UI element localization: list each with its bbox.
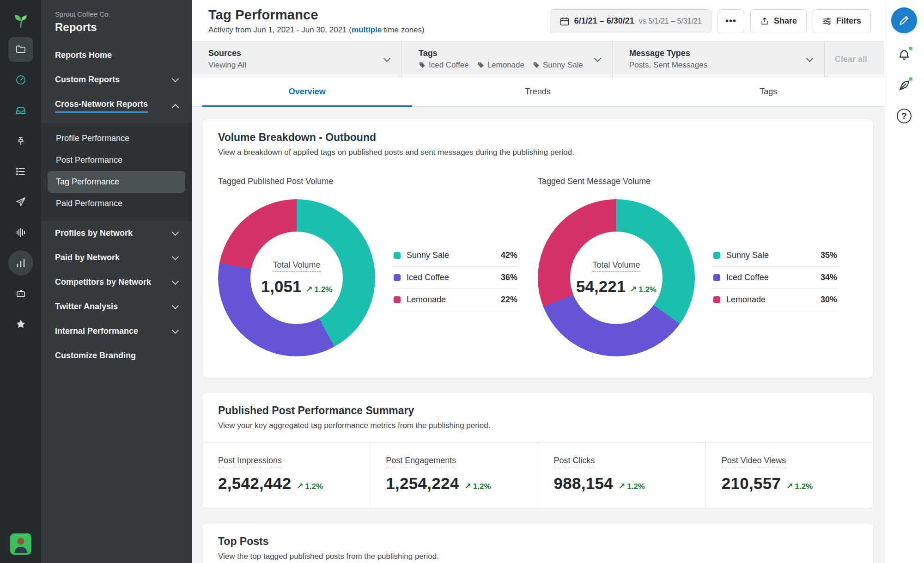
clear-all-cell: Clear all	[825, 42, 884, 77]
metric-label: Post Impressions	[218, 456, 282, 467]
chart-title: Tagged Published Post Volume	[218, 177, 538, 186]
tab-trends[interactable]: Trends	[422, 77, 653, 106]
whats-new-feather-icon[interactable]	[893, 74, 916, 97]
pin-icon[interactable]	[8, 129, 33, 153]
compose-button[interactable]	[891, 7, 917, 33]
filter-bar: Sources Viewing All Tags Iced Coffee	[192, 41, 884, 77]
change-value: 1.2%	[314, 285, 332, 294]
metric-post-impressions[interactable]: Post Impressions 2,542,442 ↗1.2%	[202, 443, 370, 508]
reports-bar-chart-icon[interactable]	[8, 251, 33, 275]
sidebar-item-tag-performance[interactable]: Tag Performance	[48, 171, 185, 193]
sidebar-item-internal-performance[interactable]: Internal Performance	[41, 319, 192, 343]
donut-chart-published-posts[interactable]: Total Volume 1,051 ↗1.2%	[218, 199, 375, 356]
legend-item[interactable]: Sunny Sale 42%	[393, 245, 518, 267]
tag-chip-label: Iced Coffee	[429, 61, 469, 70]
sidebar-item-reports-home[interactable]: Reports Home	[41, 43, 192, 67]
publish-paper-plane-icon[interactable]	[8, 190, 33, 214]
metric-post-video-views[interactable]: Post Video Views 210,557 ↗1.2%	[705, 443, 873, 508]
notifications-bell-icon[interactable]	[893, 43, 916, 67]
legend-item[interactable]: Sunny Sale 35%	[712, 245, 838, 267]
increase-arrow-icon: ↗	[630, 284, 637, 294]
legend-label: Lemonade	[407, 295, 446, 305]
multiple-timezones-link[interactable]: multiple	[352, 25, 382, 34]
sidebar-item-customize-branding[interactable]: Customize Branding	[41, 343, 192, 368]
tags-filter-dropdown[interactable]: Tags Iced Coffee Lemonade Sunny Sale	[402, 42, 613, 77]
calendar-icon	[559, 16, 570, 26]
tab-overview[interactable]: Overview	[192, 77, 422, 106]
feed-list-icon[interactable]	[8, 159, 33, 184]
tab-label: Trends	[525, 87, 550, 97]
date-range-value: 6/1/21 – 6/30/21	[574, 16, 634, 26]
sidebar-item-paid-performance[interactable]: Paid Performance	[48, 193, 185, 214]
donut-chart-sent-messages[interactable]: Total Volume 54,221 ↗1.2%	[538, 199, 695, 356]
bot-icon[interactable]	[8, 281, 33, 306]
chevron-down-icon	[172, 302, 179, 310]
filters-label: Filters	[836, 16, 861, 26]
chart-legend: Sunny Sale 35% Iced Coffee 34%	[712, 245, 838, 311]
app-window: Sprout Coffee Co. Reports Reports Home C…	[0, 0, 924, 563]
date-compare-value: vs 5/1/21 – 5/31/21	[639, 17, 702, 25]
sidebar-item-twitter-analysis[interactable]: Twitter Analysis	[41, 294, 192, 319]
more-options-button[interactable]: •••	[717, 9, 744, 33]
sidebar-item-custom-reports[interactable]: Custom Reports	[41, 67, 192, 92]
legend-percent: 30%	[821, 295, 837, 305]
metric-value: 988,154	[554, 474, 614, 493]
tag-icon	[533, 61, 540, 69]
change-value: 1.2%	[638, 285, 657, 294]
tags-label: Tags	[419, 49, 583, 58]
user-avatar[interactable]	[10, 533, 31, 555]
report-scroll-area[interactable]: Volume Breakdown - Outbound View a break…	[192, 107, 884, 563]
sidebar-item-label: Internal Performance	[55, 326, 138, 336]
change-value: 1.2%	[473, 482, 491, 491]
inbox-icon[interactable]	[8, 98, 33, 123]
tag-icon	[419, 61, 426, 69]
star-icon[interactable]	[8, 312, 33, 337]
clear-all-button[interactable]: Clear all	[835, 55, 867, 64]
tag-chip: Lemonade	[477, 61, 524, 70]
share-icon	[760, 17, 769, 26]
sidebar-item-paid-by-network[interactable]: Paid by Network	[41, 245, 192, 270]
help-icon[interactable]: ?	[893, 104, 916, 128]
legend-item[interactable]: Iced Coffee 34%	[712, 267, 838, 289]
dashboard-gauge-icon[interactable]	[8, 67, 33, 92]
sent-message-volume-chart: Tagged Sent Message Volume Total Volume …	[538, 165, 857, 356]
card-title: Volume Breakdown - Outbound	[218, 131, 857, 144]
metric-post-clicks[interactable]: Post Clicks 988,154 ↗1.2%	[538, 443, 705, 508]
legend-item[interactable]: Lemonade 30%	[712, 289, 838, 311]
metric-post-engagements[interactable]: Post Engagements 1,254,224 ↗1.2%	[370, 443, 537, 508]
subtitle-text: Activity from Jun 1, 2021 - Jun 30, 2021…	[208, 25, 352, 34]
message-types-label: Message Types	[629, 49, 707, 58]
increase-arrow-icon: ↗	[464, 481, 471, 491]
ellipsis-icon: •••	[725, 16, 736, 26]
chevron-down-icon	[806, 55, 814, 62]
sidebar-item-label: Tag Performance	[56, 177, 119, 186]
filters-button[interactable]: Filters	[813, 9, 871, 33]
tag-chip-label: Sunny Sale	[543, 61, 583, 70]
sidebar-item-profile-performance[interactable]: Profile Performance	[48, 128, 185, 149]
subtitle-text: time zones)	[382, 25, 425, 34]
sidebar-item-label: Customize Branding	[55, 351, 136, 361]
legend-item[interactable]: Iced Coffee 36%	[393, 267, 518, 289]
sprout-logo-icon[interactable]	[12, 7, 29, 34]
metric-value: 210,557	[722, 474, 781, 493]
share-button[interactable]: Share	[750, 9, 807, 33]
message-types-filter-dropdown[interactable]: Message Types Posts, Sent Messages	[613, 42, 825, 77]
legend-swatch	[713, 274, 720, 281]
listening-waveform-icon[interactable]	[8, 220, 33, 245]
sidebar-item-post-performance[interactable]: Post Performance	[48, 149, 185, 171]
share-label: Share	[774, 16, 797, 26]
volume-breakdown-card: Volume Breakdown - Outbound View a break…	[202, 119, 874, 378]
chevron-down-icon	[172, 253, 179, 261]
sources-label: Sources	[208, 49, 246, 58]
legend-item[interactable]: Lemonade 22%	[393, 289, 518, 311]
folder-icon[interactable]	[8, 37, 33, 62]
tab-tags[interactable]: Tags	[653, 77, 884, 106]
sources-filter-dropdown[interactable]: Sources Viewing All	[192, 42, 402, 77]
sidebar-item-profiles-by-network[interactable]: Profiles by Network	[41, 221, 192, 245]
donut-center: Total Volume 1,051 ↗1.2%	[250, 232, 343, 324]
legend-label: Sunny Sale	[726, 251, 769, 260]
date-range-button[interactable]: 6/1/21 – 6/30/21 vs 5/1/21 – 5/31/21	[550, 9, 711, 33]
sidebar-item-competitors-by-network[interactable]: Competitors by Network	[41, 270, 192, 294]
sidebar-item-cross-network-reports[interactable]: Cross-Network Reports	[41, 92, 192, 120]
chevron-down-icon	[383, 55, 391, 62]
